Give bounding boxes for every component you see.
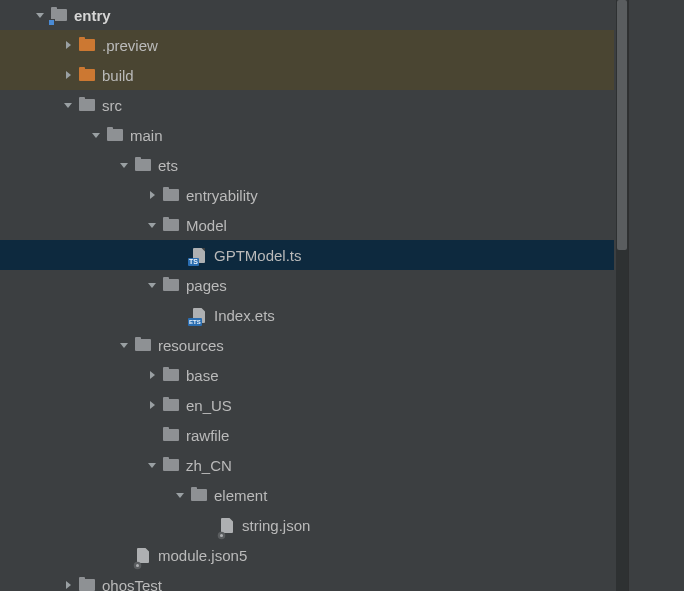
chevron-down-icon[interactable]: [118, 339, 130, 351]
tree-item-label: .preview: [102, 37, 158, 54]
chevron-down-icon[interactable]: [146, 219, 158, 231]
ts-file-icon: TS: [190, 246, 208, 264]
folder-icon: [78, 96, 96, 114]
tree-item-label: pages: [186, 277, 227, 294]
module-folder-icon: [50, 6, 68, 24]
tree-row-resources[interactable]: resources: [0, 330, 614, 360]
chevron-right-icon[interactable]: [62, 69, 74, 81]
tree-item-label: resources: [158, 337, 224, 354]
tree-row-string-json[interactable]: string.json: [0, 510, 614, 540]
chevron-right-icon[interactable]: [62, 39, 74, 51]
tree-item-label: Index.ets: [214, 307, 275, 324]
vertical-scrollbar-thumb[interactable]: [617, 0, 627, 250]
json-config-file-icon: [134, 546, 152, 564]
tree-row-entry[interactable]: entry: [0, 0, 614, 30]
chevron-right-icon[interactable]: [146, 369, 158, 381]
tree-row-pages[interactable]: pages: [0, 270, 614, 300]
svg-point-3: [136, 564, 139, 567]
tree-item-label: string.json: [242, 517, 310, 534]
chevron-down-icon[interactable]: [146, 459, 158, 471]
tree-item-label: module.json5: [158, 547, 247, 564]
folder-icon: [162, 276, 180, 294]
tree-row-ets[interactable]: ets: [0, 150, 614, 180]
folder-icon: [134, 156, 152, 174]
folder-icon: [190, 486, 208, 504]
editor-gutter: [628, 0, 684, 591]
ets-file-icon: ETS: [190, 306, 208, 324]
tree-item-label: ets: [158, 157, 178, 174]
folder-icon: [162, 396, 180, 414]
project-tree[interactable]: entry.previewbuildsrcmainetsentryability…: [0, 0, 614, 591]
tree-item-label: GPTModel.ts: [214, 247, 302, 264]
tree-row-base[interactable]: base: [0, 360, 614, 390]
tree-item-label: base: [186, 367, 219, 384]
tree-row-model[interactable]: Model: [0, 210, 614, 240]
folder-icon: [106, 126, 124, 144]
tree-item-label: Model: [186, 217, 227, 234]
folder-icon: [78, 66, 96, 84]
tree-item-label: build: [102, 67, 134, 84]
chevron-down-icon[interactable]: [118, 159, 130, 171]
tree-row-build[interactable]: build: [0, 60, 614, 90]
tree-item-label: en_US: [186, 397, 232, 414]
folder-icon: [162, 216, 180, 234]
folder-icon: [134, 336, 152, 354]
tree-row-en-us[interactable]: en_US: [0, 390, 614, 420]
chevron-right-icon[interactable]: [146, 399, 158, 411]
tree-row-module-json5[interactable]: module.json5: [0, 540, 614, 570]
tree-item-label: entryability: [186, 187, 258, 204]
folder-icon: [78, 36, 96, 54]
tree-row-entryability[interactable]: entryability: [0, 180, 614, 210]
chevron-down-icon[interactable]: [174, 489, 186, 501]
tree-row-src[interactable]: src: [0, 90, 614, 120]
chevron-right-icon[interactable]: [62, 579, 74, 591]
tree-row-zh-cn[interactable]: zh_CN: [0, 450, 614, 480]
tree-row-preview[interactable]: .preview: [0, 30, 614, 60]
vertical-scrollbar-track[interactable]: [616, 0, 628, 591]
chevron-down-icon[interactable]: [90, 129, 102, 141]
tree-item-label: src: [102, 97, 122, 114]
json-config-file-icon: [218, 516, 236, 534]
folder-icon: [162, 426, 180, 444]
tree-item-label: zh_CN: [186, 457, 232, 474]
tree-item-label: entry: [74, 7, 111, 24]
folder-icon: [162, 186, 180, 204]
chevron-down-icon[interactable]: [146, 279, 158, 291]
folder-icon: [162, 366, 180, 384]
folder-icon: [78, 576, 96, 591]
tree-item-label: main: [130, 127, 163, 144]
tree-row-index-ets[interactable]: ETSIndex.ets: [0, 300, 614, 330]
tree-item-label: ohosTest: [102, 577, 162, 592]
tree-item-label: element: [214, 487, 267, 504]
tree-row-main[interactable]: main: [0, 120, 614, 150]
tree-row-gptmodel[interactable]: TSGPTModel.ts: [0, 240, 614, 270]
chevron-right-icon[interactable]: [146, 189, 158, 201]
chevron-down-icon[interactable]: [34, 9, 46, 21]
tree-row-ohostest[interactable]: ohosTest: [0, 570, 614, 591]
tree-item-label: rawfile: [186, 427, 229, 444]
folder-icon: [162, 456, 180, 474]
tree-row-rawfile[interactable]: rawfile: [0, 420, 614, 450]
svg-point-1: [220, 534, 223, 537]
chevron-down-icon[interactable]: [62, 99, 74, 111]
tree-row-element[interactable]: element: [0, 480, 614, 510]
